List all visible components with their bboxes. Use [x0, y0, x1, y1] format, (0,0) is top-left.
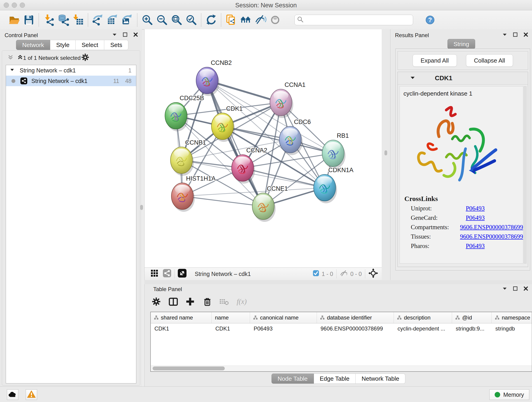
crosslink-label: GeneCard: [411, 214, 466, 221]
network-node-HIST1H1A[interactable]: HIST1H1A [171, 175, 215, 212]
crosslink-value[interactable]: P06493 [466, 214, 485, 221]
crosslink-value[interactable]: 9606.ENSP00000378699 [460, 233, 523, 240]
horizontal-splitter[interactable] [144, 280, 532, 284]
network-node-CCNB1[interactable]: CCNB1 [171, 139, 206, 176]
splitter-handle[interactable] [140, 205, 143, 210]
update-view-icon[interactable] [204, 13, 219, 27]
table-row[interactable]: CDK1CDK1P064939606.ENSP00000378699cyclin… [151, 323, 532, 334]
export-image-icon[interactable] [120, 13, 135, 27]
collapse-all-networks-icon[interactable] [7, 54, 13, 62]
node-table[interactable]: shared namenamecanonical namedatabase id… [150, 312, 532, 372]
zoom-in-icon[interactable] [140, 13, 155, 27]
collapse-panel-icon[interactable] [112, 32, 117, 39]
warning-button[interactable] [26, 389, 37, 400]
column-header-shared-name[interactable]: shared name [151, 312, 212, 323]
crosslink-value[interactable]: 9606.ENSP00000378699 [460, 224, 523, 231]
float-panel-icon[interactable] [513, 286, 518, 293]
create-column-icon[interactable] [185, 297, 196, 308]
collapse-panel-icon[interactable] [502, 32, 507, 39]
hide-selected-icon[interactable] [253, 13, 268, 27]
table-horizontal-scrollbar[interactable] [151, 366, 532, 371]
open-session-icon[interactable] [7, 13, 22, 27]
network-row[interactable]: String Network – cdk1 1148 [6, 76, 136, 86]
column-header-namespace[interactable]: namespace [492, 312, 532, 323]
network-node-CCNA1[interactable]: CCNA1 [270, 81, 306, 118]
node-label-CCNA1: CCNA1 [285, 81, 306, 88]
splitter-handle[interactable] [385, 150, 387, 155]
open-in-new-window-icon[interactable] [178, 269, 186, 279]
column-header-description[interactable]: description [394, 312, 452, 323]
network-canvas[interactable]: CCNB2 CCNA1 CDC25B CDK1 CDC6 [145, 29, 382, 268]
warning-icon [27, 390, 36, 399]
tab-node-table[interactable]: Node Table [272, 374, 314, 384]
search-input[interactable] [304, 17, 411, 23]
memory-button[interactable]: Memory [489, 389, 529, 400]
tab-select[interactable]: Select [76, 40, 104, 50]
tab-string[interactable]: String [447, 39, 475, 49]
hidden-eye-slash-icon[interactable] [340, 269, 348, 278]
tab-network-table[interactable]: Network Table [355, 374, 405, 384]
network-status-dot [12, 79, 15, 83]
float-panel-icon[interactable] [513, 32, 518, 39]
control-panel: Control Panel NetworkStyleSelectSets 1 o… [0, 29, 142, 386]
delete-column-icon[interactable] [202, 297, 213, 308]
collapse-gene-icon[interactable] [410, 75, 416, 82]
clone-network-icon[interactable] [224, 13, 239, 27]
control-panel-tabs: NetworkStyleSelectSets [16, 40, 128, 50]
network-collection-row[interactable]: String Network – cdk1 1 [6, 65, 136, 76]
import-table-icon[interactable] [71, 13, 85, 27]
zoom-fit-icon[interactable] [169, 13, 184, 27]
network-options-gear-icon[interactable] [81, 53, 90, 63]
export-table-icon[interactable] [105, 13, 120, 27]
save-session-icon[interactable] [22, 13, 36, 27]
crosslink-value[interactable]: P06493 [466, 242, 485, 249]
column-header-database-identifier[interactable]: database identifier [317, 312, 394, 323]
tab-edge-table[interactable]: Edge Table [314, 374, 356, 384]
birdseye-view-icon[interactable] [368, 268, 378, 279]
column-header-@id[interactable]: @id [452, 312, 492, 323]
collapse-panel-icon[interactable] [502, 286, 507, 293]
node-label-CCNB1: CCNB1 [185, 139, 206, 146]
results-buttons-box: Expand All Collapse All [398, 51, 528, 70]
network-view[interactable]: CCNB2 CCNA1 CDC25B CDK1 CDC6 [144, 29, 382, 280]
expand-all-networks-icon[interactable] [17, 54, 23, 62]
help-button[interactable]: ? [423, 13, 437, 27]
import-network-icon[interactable] [41, 13, 56, 27]
grid-view-icon[interactable] [151, 269, 158, 279]
zoom-selected-icon[interactable] [184, 13, 199, 27]
close-panel-icon[interactable] [133, 32, 138, 39]
results-scrollbar[interactable] [524, 86, 526, 264]
cloud-button[interactable] [7, 389, 18, 400]
column-header-name[interactable]: name [212, 312, 250, 323]
tab-sets[interactable]: Sets [104, 40, 128, 50]
network-node-CDKN1A[interactable]: CDKN1A [314, 167, 354, 203]
network-node-CDC6[interactable]: CDC6 [279, 119, 311, 155]
node-label-CDKN1A: CDKN1A [328, 167, 354, 173]
crosslink-value[interactable]: P06493 [466, 205, 485, 212]
show-columns-icon[interactable] [168, 297, 179, 308]
network-view-icon[interactable] [163, 269, 171, 279]
tab-style[interactable]: Style [50, 40, 76, 50]
network-node-CCNE1[interactable]: CCNE1 [252, 185, 288, 222]
zoom-out-icon[interactable] [155, 13, 169, 27]
gene-name: CDK1 [435, 75, 452, 82]
protein-structure-image [409, 100, 505, 190]
search-box[interactable] [294, 15, 413, 25]
export-network-icon[interactable] [91, 13, 105, 27]
collapse-all-button[interactable]: Collapse All [466, 54, 513, 67]
import-database-icon[interactable] [56, 13, 71, 27]
scrollbar-thumb[interactable] [152, 366, 225, 370]
expand-all-button[interactable]: Expand All [413, 54, 457, 67]
selected-checkbox-icon[interactable] [312, 270, 319, 278]
table-cell: CDK1 [212, 323, 250, 334]
close-panel-icon[interactable] [523, 286, 529, 293]
table-settings-icon[interactable] [152, 297, 162, 308]
tab-network[interactable]: Network [16, 40, 50, 50]
network-node-CCNB2[interactable]: CCNB2 [196, 59, 232, 96]
column-header-canonical-name[interactable]: canonical name [250, 312, 317, 323]
close-panel-icon[interactable] [523, 32, 529, 39]
network-node-RB1[interactable]: RB1 [322, 132, 349, 169]
first-neighbors-icon[interactable] [239, 13, 253, 27]
float-panel-icon[interactable] [122, 32, 128, 39]
gene-section-header[interactable]: CDK1 [398, 72, 528, 85]
